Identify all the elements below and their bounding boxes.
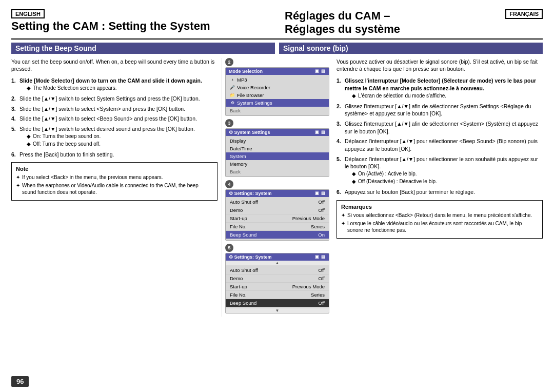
page-title-fr: Réglages du CAM – Réglages du système FR… [285,9,543,36]
fr-section: Vous pouvez activer ou désactiver le sig… [332,58,543,317]
screens-section: 2 Mode Selection ▣ ▤ ♪ MP3 🎤 [222,58,332,317]
fr-step5-bullet1: ◆ On (Activé) : Active le bip. [352,170,543,177]
screen-3: ⚙ System Settings ▣ ▤ Display Date/Time … [225,128,329,177]
fr-step1-bullet: ◆ L'écran de sélection du mode s'affiche… [352,92,543,99]
en-step-2: 2. Slide the [▲/▼] switch to select Syst… [11,95,217,103]
note-box: Note ✦ If you select <Back> in the menu,… [11,162,217,201]
screen-3-wrapper: 3 ⚙ System Settings ▣ ▤ Display Date/Tim… [225,119,329,177]
header-left: ENGLISH Setting the CAM : Setting the Sy… [11,9,269,33]
fr-step5-bullet2: ◆ Off (Désactivée) : Désactive le bip. [352,178,543,185]
en-steps: 1. Slide [Mode Selector] down to turn on… [11,77,217,158]
fr-steps: 1. Glissez l'interrupteur [Mode Selector… [337,77,543,196]
fr-step-5: 5. Déplacez l'interrupteur [▲/▼] pour sé… [337,155,543,186]
screen-5-wrapper: 5 ⚙ Settings: System ▣ ▤ ▲ Auto Shut off… [225,244,329,313]
note-item-2: ✦ When the earphones or Video/Audio cabl… [16,182,213,195]
note-item-1: ✦ If you select <Back> in the menu, the … [16,174,213,181]
page: ENGLISH Setting the CAM : Setting the Sy… [0,0,554,392]
page-title-en: Setting the CAM : Setting the System [11,19,269,33]
remarques-item-2: ✦ Lorsque le câble vidéo/audio ou les éc… [341,220,538,233]
fr-intro: Vous pouvez activer ou désactiver le sig… [337,58,543,73]
remarques-title: Remarques [341,204,538,210]
header-right: Réglages du CAM – Réglages du système FR… [269,9,543,36]
section-headers: Setting the Beep Sound Signal sonore (bi… [11,43,543,54]
en-step-6: 6. Press the [Back] button to finish set… [11,151,217,159]
en-step-4: 4. Slide the [▲/▼] switch to select <Bee… [11,115,217,123]
fr-step-1: 1. Glissez l'interrupteur [Mode Selector… [337,77,543,100]
section-title-en: Setting the Beep Sound [11,43,275,54]
screen-2: Mode Selection ▣ ▤ ♪ MP3 🎤 Voice Recorde… [225,67,329,116]
main-wrapper: You can set the beep sound on/off. When … [11,58,543,317]
section-title-fr: Signal sonore (bip) [279,43,543,54]
en-step-1: 1. Slide [Mode Selector] down to turn on… [11,77,217,92]
page-title-fr-text: Réglages du CAM – Réglages du système [285,9,500,36]
en-step-3: 3. Slide the [▲/▼] switch to select <Sys… [11,105,217,113]
remarques-item-1: ✦ Si vous sélectionnez <Back> (Retour) d… [341,212,538,219]
en-step1-bullet: ◆ The Mode Selection screen appears. [27,85,217,91]
fr-step-2: 2. Glissez l'interrupteur [▲/▼] afin de … [337,103,543,117]
en-step-5: 5. Slide the [▲/▼] switch to select desi… [11,125,217,148]
screen-5: ⚙ Settings: System ▣ ▤ ▲ Auto Shut off O… [225,253,329,313]
fr-step-3: 3. Glissez l'interrupteur [▲/▼] afin de … [337,120,543,135]
fr-step-6: 6. Appuyez sur le bouton [Back] pour ter… [337,188,543,196]
en-intro: You can set the beep sound on/off. When … [11,58,217,73]
screen-4: ⚙ Settings: System ▣ ▤ Auto Shut off Off… [225,189,329,241]
lang-badge-en: ENGLISH [11,9,45,18]
beep-sound-row-on: Beep Sound On [226,231,329,239]
remarques-box: Remarques ✦ Si vous sélectionnez <Back> … [337,200,543,239]
en-step5-bullet2: ◆ Off: Turns the beep sound off. [27,141,217,147]
beep-sound-row-off: Beep Sound Off [226,299,329,307]
en-section: You can set the beep sound on/off. When … [11,58,222,317]
lang-badge-fr: FRANÇAIS [505,9,543,19]
page-number: 96 [11,376,29,387]
screen-2-wrapper: 2 Mode Selection ▣ ▤ ♪ MP3 🎤 [225,58,329,116]
note-title: Note [16,166,213,172]
fr-step-4: 4. Déplacez l'interrupteur [▲/▼] pour sé… [337,138,543,152]
en-step5-bullet1: ◆ On: Turns the beep sound on. [27,133,217,140]
screen-4-wrapper: 4 ⚙ Settings: System ▣ ▤ Auto Shut off O… [225,180,329,241]
header: ENGLISH Setting the CAM : Setting the Sy… [11,9,543,40]
